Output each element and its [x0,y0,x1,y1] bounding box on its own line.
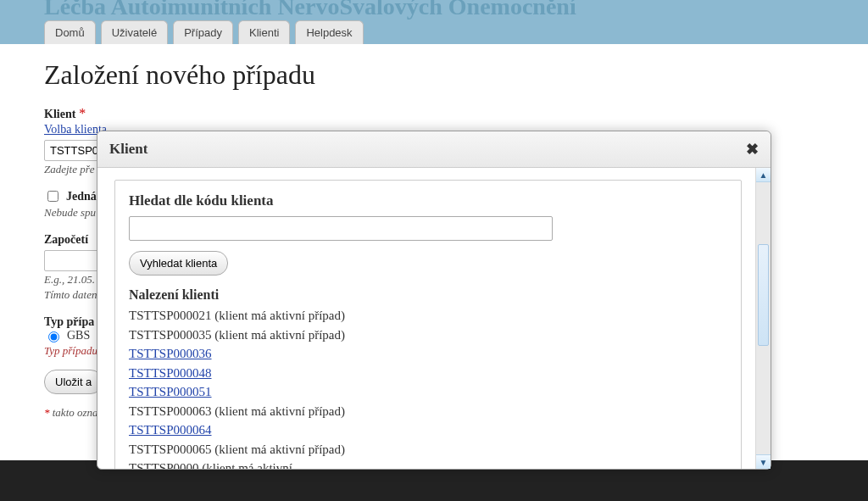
app-title: Léčba Autoimunitních NervoSvalových Onem… [44,0,868,19]
required-mark: * [79,106,86,120]
search-heading: Hledat dle kódu klienta [129,192,727,209]
search-input[interactable] [129,216,553,241]
modal-header: Klient ✖ [97,131,771,168]
modal-body: Hledat dle kódu klienta Vyhledat klienta… [97,168,755,469]
result-row: TSTTSP000021 (klient má aktivní případ) [129,306,727,326]
client-modal: Klient ✖ Hledat dle kódu klienta Vyhleda… [97,131,771,470]
klient-input[interactable] [44,140,103,161]
results-heading: Nalezení klienti [129,287,727,303]
result-row: TSTTSP000063 (klient má aktivní případ) [129,402,727,421]
result-row: TSTTSP000035 (klient má aktivní případ) [129,326,727,345]
search-panel: Hledat dle kódu klienta Vyhledat klienta… [114,180,742,469]
result-row: TSTTSP0000 (klient má aktivní [129,459,727,469]
modal-title: Klient [109,141,147,158]
jedna-checkbox[interactable] [47,191,58,202]
type-label: Typ přípa [44,315,94,328]
result-row: TSTTSP000048 [129,364,727,383]
modal-body-wrap: Hledat dle kódu klienta Vyhledat klienta… [97,168,771,469]
start-input[interactable] [44,250,103,271]
result-link[interactable]: TSTTSP000048 [129,366,212,380]
result-link[interactable]: TSTTSP000064 [129,423,212,437]
scroll-up-icon[interactable]: ▲ [756,168,771,182]
tab-klienti[interactable]: Klienti [238,20,290,44]
result-row: TSTTSP000036 [129,344,727,364]
submit-button[interactable]: Uložit a [44,370,103,394]
result-link[interactable]: TSTTSP000036 [129,347,212,360]
result-row: TSTTSP000064 [129,420,727,440]
klient-label: Klient [44,108,75,120]
footnote-text: takto ozna [50,406,98,419]
scroll-thumb[interactable] [758,244,769,346]
tab-helpdesk[interactable]: Helpdesk [295,20,363,44]
jedna-label: Jedná [66,190,97,203]
type-radio-gbs[interactable] [48,331,59,342]
banner: Léčba Autoimunitních NervoSvalových Onem… [0,0,868,44]
results: Nalezení klienti TSTTSP000021 (klient má… [129,287,727,469]
tab-domu[interactable]: Domů [44,20,96,44]
start-label: Započetí [44,233,88,246]
close-icon[interactable]: ✖ [746,140,759,159]
result-row: TSTTSP000065 (klient má aktivní případ) [129,440,727,459]
page-title: Založení nového případu [44,59,824,91]
type-option-gbs: GBS [67,329,90,342]
result-link[interactable]: TSTTSP000051 [129,385,212,398]
nav-tabs: Domů Uživatelé Případy Klienti Helpdesk [44,20,364,44]
tab-uzivatele[interactable]: Uživatelé [101,20,168,44]
scroll-down-icon[interactable]: ▼ [756,454,771,469]
search-button[interactable]: Vyhledat klienta [129,251,228,276]
result-row: TSTTSP000051 [129,382,727,402]
tab-pripady[interactable]: Případy [173,20,233,44]
scrollbar[interactable]: ▲ ▼ [755,168,771,469]
